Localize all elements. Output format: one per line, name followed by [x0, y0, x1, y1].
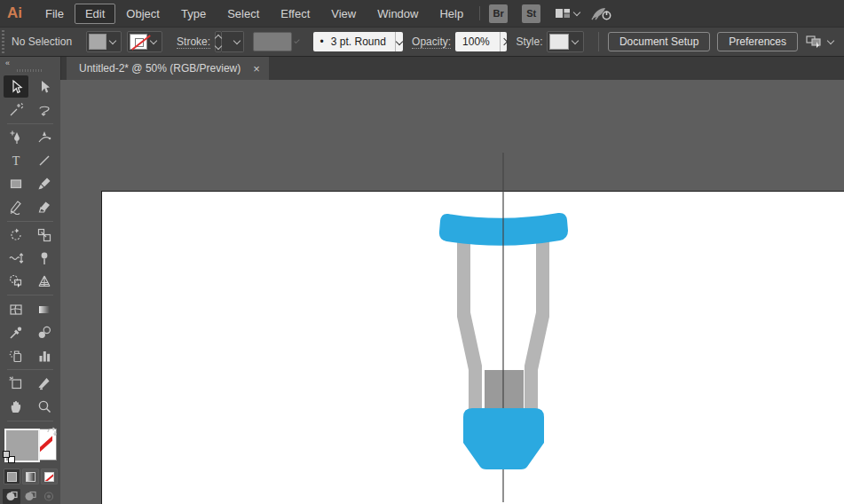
crutch-right-arm[interactable]	[525, 236, 549, 410]
none-mode-button[interactable]	[41, 469, 58, 484]
stroke-panel-link[interactable]: Stroke:	[177, 35, 210, 49]
graphic-style-dropdown[interactable]	[547, 31, 584, 52]
opacity-panel-link[interactable]: Opacity:	[412, 35, 451, 49]
width-tool[interactable]	[4, 247, 28, 269]
shape-builder-tool[interactable]	[4, 270, 28, 292]
menu-separator	[479, 6, 480, 20]
menu-window[interactable]: Window	[367, 4, 429, 24]
bridge-button[interactable]: Br	[489, 4, 508, 23]
chevron-down-icon[interactable]	[827, 36, 834, 43]
menu-effect[interactable]: Effect	[270, 4, 320, 24]
symbol-sprayer-tool[interactable]	[4, 344, 28, 366]
opacity-expand-button[interactable]	[500, 32, 507, 51]
pen-tool[interactable]	[4, 127, 28, 149]
fill-color-dropdown[interactable]	[86, 31, 122, 52]
menu-view[interactable]: View	[320, 4, 367, 24]
artboard-tool[interactable]	[4, 373, 28, 395]
brush-definition-dropdown[interactable]: • 3 pt. Round	[313, 32, 395, 51]
chevron-right-icon[interactable]	[501, 38, 508, 45]
stepper-up-icon[interactable]	[215, 34, 222, 41]
opacity-input[interactable]: 100%	[455, 32, 500, 51]
control-bar: No Selection Stroke: • 3 pt. Round Opaci…	[0, 27, 844, 57]
stroke-weight-stepper[interactable]	[215, 31, 222, 52]
type-tool-glyph: T	[12, 154, 20, 168]
toolbar-separator	[7, 369, 53, 370]
blend-tool[interactable]	[32, 321, 57, 343]
menu-object[interactable]: Object	[115, 4, 170, 24]
select-similar-objects-icon[interactable]	[805, 34, 837, 50]
panel-drag-grip[interactable]	[17, 69, 43, 72]
brush-dropdown-button[interactable]	[395, 32, 403, 51]
toolbar-separator	[7, 123, 53, 124]
swap-fill-stroke-icon[interactable]	[45, 427, 58, 443]
rotate-tool[interactable]	[4, 224, 28, 246]
scale-tool[interactable]	[32, 224, 57, 246]
chevron-down-icon[interactable]	[109, 36, 116, 43]
style-swatch[interactable]	[549, 34, 569, 50]
panel-grip[interactable]	[2, 30, 4, 53]
brush-name: 3 pt. Round	[331, 35, 386, 48]
width-profile-dropdown	[253, 32, 292, 51]
chevron-down-icon[interactable]	[233, 36, 241, 43]
menu-file[interactable]: File	[35, 4, 75, 24]
stepper-down-icon[interactable]	[215, 42, 222, 49]
fill-stroke-indicator	[3, 427, 58, 463]
chevron-down-icon[interactable]	[396, 38, 403, 45]
toolbar-separator	[7, 295, 53, 295]
chevron-down-icon[interactable]	[150, 36, 157, 43]
draw-inside-button[interactable]	[40, 489, 58, 504]
menu-type[interactable]: Type	[170, 4, 217, 24]
menu-edit[interactable]: Edit	[75, 4, 115, 24]
gradient-tool[interactable]	[32, 298, 57, 320]
paint-mode-buttons	[4, 469, 58, 484]
lasso-tool[interactable]	[32, 98, 57, 121]
toolbar-separator	[7, 421, 53, 421]
workspace-switcher-icon[interactable]	[555, 6, 583, 20]
fill-color-swatch[interactable]	[89, 34, 106, 50]
panel-collapse-button[interactable]: «	[0, 57, 60, 67]
draw-behind-button[interactable]	[21, 489, 39, 504]
document-tab[interactable]: Untitled-2* @ 50% (RGB/Preview) ×	[67, 57, 269, 80]
column-graph-tool[interactable]	[32, 344, 57, 366]
selection-status: No Selection	[12, 35, 72, 48]
crutch-left-arm[interactable]	[457, 236, 482, 410]
perspective-grid-tool[interactable]	[32, 270, 57, 292]
direct-selection-tool[interactable]	[32, 75, 57, 98]
paintbrush-tool[interactable]	[32, 173, 57, 195]
gpu-performance-icon[interactable]	[590, 5, 613, 21]
color-mode-button[interactable]	[4, 469, 20, 484]
slice-tool[interactable]	[32, 373, 57, 395]
chevron-down-icon[interactable]	[572, 36, 579, 43]
selection-tool[interactable]	[4, 75, 28, 98]
crutch-foot[interactable]	[463, 408, 544, 469]
zoom-tool[interactable]	[32, 396, 57, 418]
stroke-none-swatch[interactable]	[130, 34, 147, 50]
canvas[interactable]	[60, 80, 844, 504]
gradient-mode-button[interactable]	[22, 469, 39, 484]
stock-button[interactable]: St	[522, 4, 540, 23]
draw-normal-button[interactable]	[3, 489, 20, 504]
brush-preview-dot: •	[320, 35, 324, 48]
type-tool[interactable]: T	[4, 150, 28, 172]
rectangle-tool[interactable]	[4, 173, 28, 195]
curvature-tool[interactable]	[32, 127, 57, 149]
stroke-color-dropdown[interactable]	[127, 31, 162, 52]
magic-wand-tool[interactable]	[4, 98, 28, 121]
line-segment-tool[interactable]	[32, 150, 57, 172]
eyedropper-tool[interactable]	[4, 321, 28, 343]
crutch-center-post[interactable]	[485, 370, 524, 410]
menu-help[interactable]: Help	[429, 4, 474, 24]
eraser-tool[interactable]	[32, 196, 57, 218]
hand-tool[interactable]	[4, 396, 28, 418]
document-setup-button[interactable]: Document Setup	[608, 32, 710, 51]
stroke-weight-dropdown[interactable]	[222, 31, 244, 52]
mesh-tool[interactable]	[4, 298, 28, 320]
close-tab-icon[interactable]: ×	[253, 63, 260, 75]
crutch-artwork	[60, 80, 844, 502]
menu-select[interactable]: Select	[217, 4, 270, 24]
puppet-warp-tool[interactable]	[32, 247, 57, 269]
default-fill-stroke-icon[interactable]	[3, 451, 15, 463]
shaper-tool[interactable]	[4, 196, 28, 218]
preferences-button[interactable]: Preferences	[717, 32, 798, 51]
tools-panel: «	[0, 57, 60, 504]
